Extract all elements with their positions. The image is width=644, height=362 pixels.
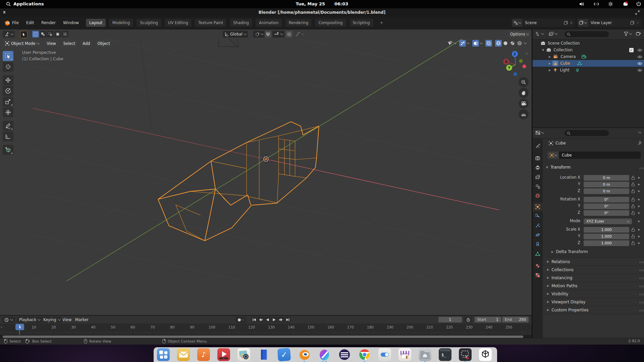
collapse-sidebar-arrow[interactable]: ‹ — [526, 51, 528, 56]
start-frame-field[interactable]: Start1 — [475, 317, 501, 322]
outliner-row-scene-collection[interactable]: Scene Collection — [533, 40, 644, 47]
dock-icon-notes[interactable] — [258, 348, 270, 361]
rotation-z-field[interactable]: 0° — [584, 210, 629, 216]
disclosure-triangle-icon[interactable]: ▶ — [549, 55, 551, 58]
animate-dot[interactable] — [638, 221, 640, 222]
menu-edit[interactable]: Edit — [26, 20, 34, 25]
view-layer-selector[interactable]: View Layer × — [578, 19, 641, 27]
tool-move[interactable] — [3, 75, 13, 85]
timeline-ruler[interactable]: › 10 20 30 40 50 60 70 80 90 100 110 120… — [0, 323, 532, 331]
marker-menu[interactable]: Marker — [75, 317, 89, 322]
blender-logo-icon[interactable] — [4, 20, 10, 26]
chevron-down-icon[interactable] — [638, 130, 641, 133]
select-mode-intersect[interactable] — [62, 31, 68, 38]
eye-visibility-icon[interactable] — [637, 48, 642, 52]
tool-add-cube[interactable] — [3, 145, 13, 155]
tab-object-data-icon[interactable] — [533, 249, 543, 258]
chevron-down-icon[interactable] — [467, 41, 470, 44]
tab-texture-icon[interactable] — [533, 271, 543, 280]
tab-texture-paint[interactable]: Texture Paint — [195, 19, 226, 27]
pan-hand-button[interactable] — [519, 88, 529, 98]
tab-layout[interactable]: Layout — [86, 19, 106, 27]
tab-scripting[interactable]: Scripting — [350, 19, 373, 27]
animate-dot[interactable] — [638, 184, 640, 185]
select-mode-set[interactable] — [32, 31, 39, 38]
chevron-down-icon[interactable] — [480, 41, 483, 44]
navigation-gizmo[interactable]: Z X Y — [501, 50, 530, 78]
menu-add[interactable]: Add — [80, 40, 92, 47]
rotation-y-field[interactable]: 0° — [584, 203, 629, 209]
tab-shading[interactable]: Shading — [230, 19, 252, 27]
menu-file[interactable]: File — [12, 20, 19, 25]
view-layer-browse-button[interactable] — [578, 19, 588, 27]
select-mode-subtract[interactable] — [47, 31, 54, 38]
dock-icon-videos[interactable] — [217, 348, 230, 361]
tab-render-icon[interactable] — [533, 154, 543, 163]
expand-timeline-arrow[interactable]: › — [1, 325, 2, 329]
xray-toggle[interactable] — [485, 40, 492, 47]
outliner-row-camera[interactable]: ▶ Camera — [533, 53, 644, 60]
end-frame-field[interactable]: End250 — [502, 317, 529, 322]
dock-icon-chrome[interactable] — [358, 348, 371, 361]
proportional-falloff-dropdown[interactable] — [294, 31, 306, 38]
eye-visibility-icon[interactable] — [637, 55, 642, 59]
animate-dot[interactable] — [638, 229, 640, 231]
previous-keyframe-button[interactable] — [258, 317, 264, 322]
rotation-x-field[interactable]: 0° — [584, 197, 629, 202]
pin-icon[interactable] — [638, 141, 642, 145]
collection-checkbox[interactable]: ✓ — [629, 48, 634, 52]
snap-toggle[interactable] — [265, 31, 271, 38]
scale-x-field[interactable]: 1.000 — [584, 227, 629, 233]
scale-z-field[interactable]: 1.000 — [584, 240, 629, 246]
properties-search-input[interactable] — [565, 130, 609, 136]
editor-type-button[interactable] — [3, 31, 15, 38]
lock-icon[interactable] — [631, 204, 635, 208]
outliner-row-cube[interactable]: ▶ Cube — [533, 60, 644, 67]
auto-keying-toggle[interactable] — [235, 317, 247, 323]
scene-selector[interactable]: Scene × — [512, 19, 575, 27]
drag-dots-icon[interactable] — [639, 168, 640, 168]
breadcrumb-label[interactable]: Cube — [555, 141, 566, 145]
lock-icon[interactable] — [631, 182, 635, 187]
tool-cursor[interactable] — [3, 62, 13, 72]
clock[interactable]: Tue, May 2506:03 — [0, 1, 644, 6]
notifications-bell-icon[interactable] — [622, 1, 628, 7]
drag-dots-icon[interactable] — [639, 278, 640, 278]
timeline-editor-type-button[interactable] — [2, 317, 15, 323]
tool-scale[interactable] — [3, 97, 13, 107]
lock-icon[interactable] — [631, 189, 635, 193]
dock-icon-files[interactable] — [419, 348, 431, 361]
next-keyframe-button[interactable] — [278, 317, 284, 322]
jump-to-start-button[interactable] — [251, 317, 257, 322]
outliner-filter-button[interactable] — [624, 32, 632, 36]
panel-visibility[interactable]: ▶Visibility — [543, 290, 644, 298]
drag-dots-icon[interactable] — [639, 261, 640, 262]
panel-relations[interactable]: ▶Relations — [543, 257, 644, 265]
dock-icon-music[interactable]: ♪ — [197, 348, 210, 361]
dock-icon-screenshot[interactable] — [459, 348, 472, 361]
location-x-field[interactable]: 0 m — [584, 175, 629, 181]
drag-dots-icon[interactable] — [639, 302, 640, 302]
shading-solid-button[interactable] — [502, 40, 509, 47]
tool-measure[interactable] — [3, 131, 13, 141]
tab-modeling[interactable]: Modeling — [109, 19, 133, 27]
properties-editor-type-button[interactable] — [535, 130, 544, 135]
mode-dropdown[interactable]: Object Mode — [3, 40, 42, 47]
camera-view-button[interactable] — [519, 99, 529, 109]
tab-sculpting[interactable]: Sculpting — [137, 19, 161, 27]
jump-to-end-button[interactable] — [284, 317, 291, 322]
dock-icon-photos[interactable] — [237, 348, 250, 361]
dock-icon-settings[interactable] — [378, 348, 391, 361]
tab-material-icon[interactable] — [533, 261, 543, 270]
zoom-button[interactable] — [519, 77, 529, 87]
tab-rendering[interactable]: Rendering — [285, 19, 312, 27]
keying-menu[interactable]: Keying — [41, 317, 63, 323]
panel-motion-paths[interactable]: ▶Motion Paths — [543, 282, 644, 290]
tab-output-icon[interactable] — [533, 163, 543, 172]
play-button[interactable] — [271, 317, 277, 322]
chevron-down-icon[interactable] — [524, 41, 527, 44]
add-workspace-button[interactable]: + — [377, 19, 387, 27]
dock-icon-eclipse[interactable] — [338, 348, 351, 361]
volume-icon[interactable] — [579, 1, 585, 7]
gizmo-x-negative[interactable] — [523, 65, 526, 68]
